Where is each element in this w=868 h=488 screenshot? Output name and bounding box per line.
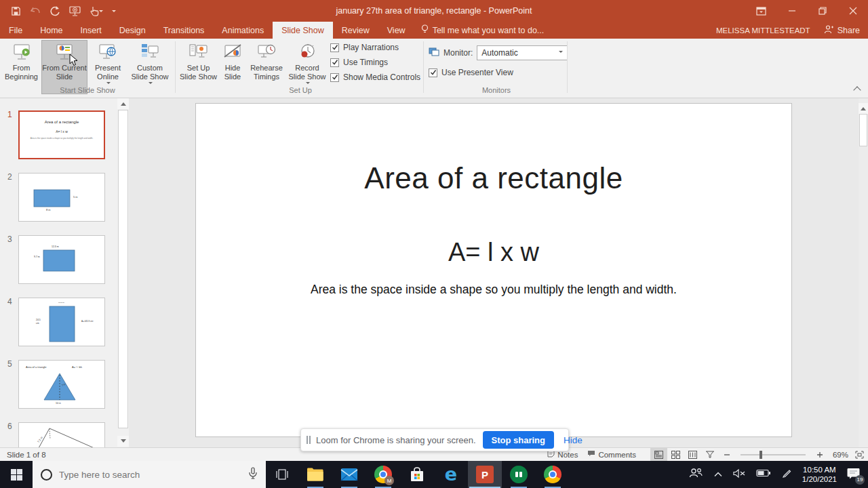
taskbar-microsoft-store[interactable] (400, 461, 434, 488)
fit-slide-to-window-button[interactable] (851, 448, 868, 462)
restore-button[interactable] (807, 0, 837, 22)
stop-sharing-button[interactable]: Stop sharing (483, 431, 554, 449)
rehearse-timings-icon (256, 41, 277, 64)
slide-canvas[interactable]: Area of a rectangle A= l x w Area is the… (195, 103, 792, 437)
thumb-bottom-label: 8 in (46, 208, 50, 211)
scroll-up-button[interactable] (117, 98, 129, 109)
slide-4-thumbnail[interactable]: 18.2 cm 24.5 cm A= 445.9 cm² (18, 298, 105, 346)
scrollbar-thumb[interactable] (859, 114, 867, 146)
tell-me-box[interactable]: Tell me what you want to do... (414, 22, 551, 39)
tab-home[interactable]: Home (31, 22, 71, 39)
slide-formula[interactable]: A= l x w (196, 238, 791, 267)
slide-6-thumbnail[interactable]: 7.2 m (18, 422, 105, 447)
taskbar-powerpoint[interactable]: P (468, 461, 502, 488)
volume-muted-icon[interactable] (733, 468, 746, 481)
monitor-label: Monitor: (443, 48, 473, 58)
taskbar-hangouts[interactable] (502, 461, 536, 488)
tab-transitions[interactable]: Transitions (155, 22, 214, 39)
status-bar-right: Notes Comments 69% (542, 448, 868, 462)
task-view-button[interactable] (266, 461, 298, 488)
action-center-button[interactable]: 19 (847, 468, 860, 482)
account-name[interactable]: MELISSA MITTLESTEADT (716, 26, 810, 35)
search-input[interactable] (59, 470, 241, 480)
battery-icon[interactable] (756, 468, 771, 481)
normal-view-button[interactable] (650, 448, 667, 462)
monitor-dropdown[interactable]: Automatic (477, 45, 568, 60)
present-online-icon (98, 41, 118, 64)
taskbar-file-explorer[interactable] (298, 461, 332, 488)
close-button[interactable] (837, 0, 868, 22)
microphone-icon[interactable] (248, 467, 258, 482)
taskbar-chrome[interactable] (536, 461, 570, 488)
slide-5-thumbnail[interactable]: Area of a triangle A= ½ bh 7 in 10 in (18, 360, 105, 409)
customize-qat-icon[interactable] (112, 10, 116, 14)
slide-editor-area: Area of a rectangle A= l x w Area is the… (129, 98, 868, 447)
thumb-left-label: 9.7 m (34, 256, 41, 259)
save-icon[interactable] (11, 6, 21, 16)
play-narrations-label: Play Narrations (343, 43, 399, 52)
zoom-slider[interactable] (741, 454, 806, 455)
tab-design[interactable]: Design (111, 22, 155, 39)
people-icon[interactable] (688, 467, 703, 482)
minimize-button[interactable] (776, 0, 807, 22)
tell-me-label: Tell me what you want to do... (433, 26, 545, 35)
slide-3-thumbnail[interactable]: 12.3 m 9.7 m (18, 235, 105, 284)
powerpoint-icon: P (476, 466, 494, 483)
ribbon-display-options-button[interactable] (746, 0, 776, 22)
tab-insert[interactable]: Insert (72, 22, 111, 39)
taskbar-search-box[interactable] (33, 461, 266, 488)
slide-2-thumbnail[interactable]: 5 in 8 in (18, 173, 105, 222)
lightbulb-icon (421, 24, 429, 37)
thumb-formula: A= l x w (20, 129, 104, 134)
scroll-down-button[interactable] (117, 436, 129, 447)
slide-body-text[interactable]: Area is the space inside a shape so you … (196, 283, 791, 297)
editor-scrollbar[interactable] (859, 98, 868, 447)
collapse-ribbon-icon[interactable] (853, 86, 861, 94)
slide-show-view-button[interactable] (701, 448, 718, 462)
use-presenter-view-checkbox[interactable]: Use Presenter View (429, 68, 513, 77)
windows-ink-pen-icon[interactable] (781, 468, 792, 481)
use-timings-checkbox[interactable]: Use Timings (330, 58, 388, 67)
drag-handle-icon[interactable] (307, 436, 311, 444)
touch-mouse-mode-icon[interactable] (90, 6, 103, 16)
slide-1-thumbnail[interactable]: Area of a rectangle A= l x w Area is the… (18, 110, 105, 159)
hide-link[interactable]: Hide (564, 435, 583, 445)
start-from-beginning-icon[interactable] (69, 6, 81, 16)
monitor-icon (429, 47, 439, 59)
zoom-slider-thumb[interactable] (760, 451, 762, 459)
share-button[interactable]: Share (824, 24, 860, 36)
slide-sorter-view-button[interactable] (667, 448, 684, 462)
zoom-out-button[interactable] (718, 448, 735, 462)
start-button[interactable] (0, 461, 33, 488)
thumbnail-scrollbar[interactable] (117, 98, 129, 447)
redo-icon[interactable] (50, 5, 60, 16)
taskbar-chrome-profile[interactable]: M (366, 461, 400, 488)
undo-icon[interactable] (30, 6, 41, 16)
slide-title[interactable]: Area of a rectangle (196, 161, 791, 195)
taskbar-mail[interactable] (332, 461, 366, 488)
slide-3-number: 3 (7, 235, 12, 244)
play-narrations-checkbox[interactable]: Play Narrations (330, 43, 399, 52)
slide-4-number: 4 (7, 297, 12, 306)
taskbar-clock[interactable]: 10:50 AM 1/20/2021 (802, 465, 837, 484)
thumb-right-label: 5 in (73, 195, 77, 199)
zoom-level[interactable]: 69% (828, 451, 851, 459)
scroll-up-button[interactable] (859, 103, 868, 114)
show-media-controls-checkbox[interactable]: Show Media Controls (330, 73, 420, 82)
edge-icon: e (445, 466, 457, 483)
comments-button[interactable]: Comments (583, 448, 641, 462)
reading-view-button[interactable] (684, 448, 701, 462)
thumb-base-label: 10 in (56, 402, 61, 405)
taskbar-edge[interactable]: e (434, 461, 468, 488)
profile-badge: M (384, 476, 394, 485)
share-label: Share (837, 26, 860, 35)
show-hidden-icons-chevron[interactable] (713, 468, 723, 481)
tab-file[interactable]: File (0, 22, 31, 39)
tab-review[interactable]: Review (333, 22, 378, 39)
checkbox-checked-icon (330, 43, 339, 52)
tab-slide-show[interactable]: Slide Show (273, 22, 333, 39)
tab-animations[interactable]: Animations (213, 22, 273, 39)
zoom-in-button[interactable] (811, 448, 828, 462)
tab-view[interactable]: View (378, 22, 414, 39)
scrollbar-thumb[interactable] (118, 110, 128, 428)
